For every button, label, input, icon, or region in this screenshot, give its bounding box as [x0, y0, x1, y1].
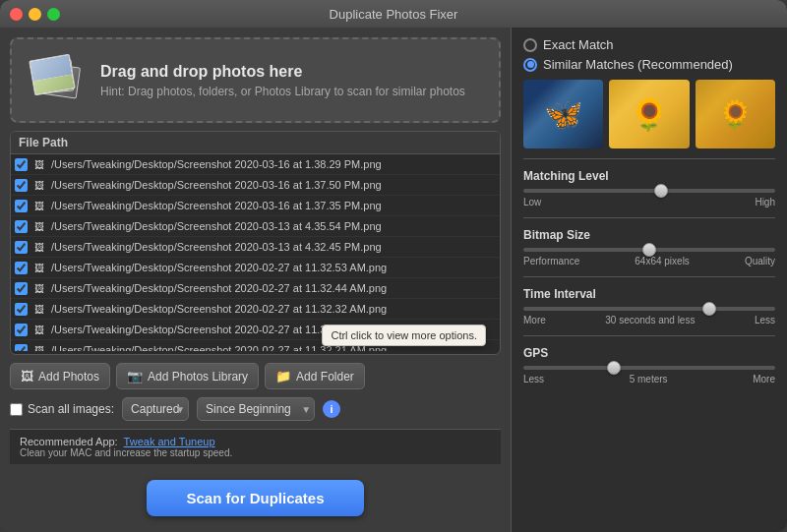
file-checkbox[interactable] [15, 158, 28, 171]
scan-all-images-label[interactable]: Scan all images: [10, 402, 114, 416]
scan-button-container: Scan for Duplicates [10, 472, 501, 522]
drop-zone-heading: Drag and drop photos here [100, 63, 465, 81]
scan-for-duplicates-button[interactable]: Scan for Duplicates [147, 480, 363, 516]
file-checkbox[interactable] [15, 344, 28, 352]
file-type-icon: 🖼 [31, 177, 47, 193]
file-path-text: /Users/Tweaking/Desktop/Screenshot 2020-… [51, 241, 496, 253]
similar-match-option[interactable]: Similar Matches (Recommended) [523, 57, 775, 72]
gps-label: GPS [523, 346, 775, 360]
captured-dropdown[interactable]: Captured Modified Added [122, 397, 189, 421]
time-interval-low: More [523, 315, 546, 325]
file-item[interactable]: 🖼/Users/Tweaking/Desktop/Screenshot 2020… [11, 278, 500, 299]
file-path-text: /Users/Tweaking/Desktop/Screenshot 2020-… [51, 282, 496, 294]
sample-image-sunflower-1 [609, 80, 689, 148]
sample-image-butterfly [523, 80, 603, 148]
since-dropdown-wrapper[interactable]: Since Beginning Last Week Last Month Las… [197, 397, 315, 421]
matching-level-slider[interactable] [523, 189, 775, 193]
matching-level-low: Low [523, 197, 541, 207]
matching-level-label: Matching Level [523, 169, 775, 183]
gps-high: More [753, 374, 775, 384]
divider-1 [523, 158, 775, 159]
file-checkbox[interactable] [15, 200, 28, 212]
gps-center: 5 meters [630, 374, 668, 384]
file-path-text: /Users/Tweaking/Desktop/Screenshot 2020-… [51, 200, 496, 211]
scan-all-images-checkbox[interactable] [10, 403, 23, 416]
file-type-icon: 🖼 [31, 239, 47, 255]
add-photos-library-icon: 📷 [127, 369, 143, 384]
file-type-icon: 🖼 [31, 342, 47, 351]
file-path-text: /Users/Tweaking/Desktop/Screenshot 2020-… [51, 303, 496, 315]
scan-options: Scan all images: Captured Modified Added… [10, 397, 501, 421]
divider-2 [523, 217, 775, 218]
exact-match-radio[interactable] [523, 38, 537, 52]
footer-subtext: Clean your MAC and increase the startup … [20, 447, 491, 458]
file-type-icon: 🖼 [31, 280, 47, 296]
add-photos-library-label: Add Photos Library [148, 370, 248, 384]
file-item[interactable]: 🖼/Users/Tweaking/Desktop/Screenshot 2020… [11, 216, 500, 237]
time-interval-section: Time Interval More 30 seconds and less L… [523, 287, 775, 325]
file-item[interactable]: 🖼/Users/Tweaking/Desktop/Screenshot 2020… [11, 258, 500, 278]
add-folder-icon: 📁 [275, 369, 291, 384]
time-interval-slider[interactable] [523, 307, 775, 311]
file-item[interactable]: 🖼/Users/Tweaking/Desktop/Screenshot 2020… [11, 196, 500, 216]
file-checkbox[interactable] [15, 220, 28, 233]
file-item[interactable]: 🖼/Users/Tweaking/Desktop/Screenshot 2020… [11, 154, 500, 175]
right-panel: Exact Match Similar Matches (Recommended… [511, 28, 787, 532]
match-type-section: Exact Match Similar Matches (Recommended… [523, 37, 775, 72]
drop-zone-text: Drag and drop photos here Hint: Drag pho… [100, 63, 465, 98]
add-photos-library-button[interactable]: 📷 Add Photos Library [116, 363, 259, 389]
footer-recommended: Recommended App: Tweak and Tuneup [20, 436, 491, 447]
bitmap-size-slider[interactable] [523, 248, 775, 252]
file-type-icon: 🖼 [31, 301, 47, 317]
file-list[interactable]: 🖼/Users/Tweaking/Desktop/Screenshot 2020… [11, 154, 500, 351]
divider-4 [523, 335, 775, 336]
sample-images [523, 80, 775, 148]
minimize-button[interactable] [29, 8, 41, 21]
file-checkbox[interactable] [15, 241, 28, 254]
left-panel: Drag and drop photos here Hint: Drag pho… [0, 28, 511, 532]
main-content: Drag and drop photos here Hint: Drag pho… [0, 28, 787, 532]
file-type-icon: 🖼 [31, 260, 47, 275]
add-photos-button[interactable]: 🖼 Add Photos [10, 363, 110, 389]
time-interval-label: Time Interval [523, 287, 775, 301]
bitmap-size-label: Bitmap Size [523, 228, 775, 242]
file-checkbox[interactable] [15, 324, 28, 336]
drop-zone[interactable]: Drag and drop photos here Hint: Drag pho… [10, 37, 501, 123]
bitmap-size-high: Quality [745, 256, 775, 266]
info-button[interactable]: i [323, 400, 340, 418]
close-button[interactable] [10, 8, 23, 21]
file-list-container: File Path 🖼/Users/Tweaking/Desktop/Scree… [10, 131, 501, 355]
file-path-text: /Users/Tweaking/Desktop/Screenshot 2020-… [51, 262, 496, 273]
exact-match-option[interactable]: Exact Match [523, 37, 775, 52]
bitmap-size-low: Performance [523, 256, 579, 266]
file-item[interactable]: 🖼/Users/Tweaking/Desktop/Screenshot 2020… [11, 175, 500, 196]
file-path-text: /Users/Tweaking/Desktop/Screenshot 2020-… [51, 158, 496, 170]
maximize-button[interactable] [47, 8, 60, 21]
file-item[interactable]: 🖼/Users/Tweaking/Desktop/Screenshot 2020… [11, 237, 500, 258]
time-interval-range-labels: More 30 seconds and less Less [523, 315, 775, 325]
add-folder-button[interactable]: 📁 Add Folder [265, 363, 365, 389]
similar-match-radio[interactable] [523, 58, 537, 72]
file-path-text: /Users/Tweaking/Desktop/Screenshot 2020-… [51, 220, 496, 232]
add-folder-label: Add Folder [296, 370, 354, 384]
drop-zone-icon [28, 53, 87, 107]
action-buttons: 🖼 Add Photos 📷 Add Photos Library 📁 Add … [10, 363, 501, 389]
file-type-icon: 🖼 [31, 198, 47, 213]
captured-dropdown-wrapper[interactable]: Captured Modified Added ▼ [122, 397, 189, 421]
since-dropdown[interactable]: Since Beginning Last Week Last Month Las… [197, 397, 315, 421]
file-list-header: File Path [11, 132, 500, 154]
file-item[interactable]: 🖼/Users/Tweaking/Desktop/Screenshot 2020… [11, 340, 500, 351]
file-checkbox[interactable] [15, 262, 28, 274]
file-type-icon: 🖼 [31, 322, 47, 337]
file-item[interactable]: 🖼/Users/Tweaking/Desktop/Screenshot 2020… [11, 299, 500, 320]
drop-zone-hint: Hint: Drag photos, folders, or Photos Li… [100, 85, 465, 98]
gps-slider[interactable] [523, 366, 775, 370]
footer-app-link[interactable]: Tweak and Tuneup [124, 436, 215, 447]
window-controls[interactable] [10, 8, 60, 21]
file-checkbox[interactable] [15, 282, 28, 295]
context-menu-tooltip: Ctrl click to view more options. [322, 325, 486, 346]
matching-level-section: Matching Level Low High [523, 169, 775, 207]
file-checkbox[interactable] [15, 179, 28, 192]
file-checkbox[interactable] [15, 303, 28, 316]
gps-range-labels: Less 5 meters More [523, 374, 775, 384]
